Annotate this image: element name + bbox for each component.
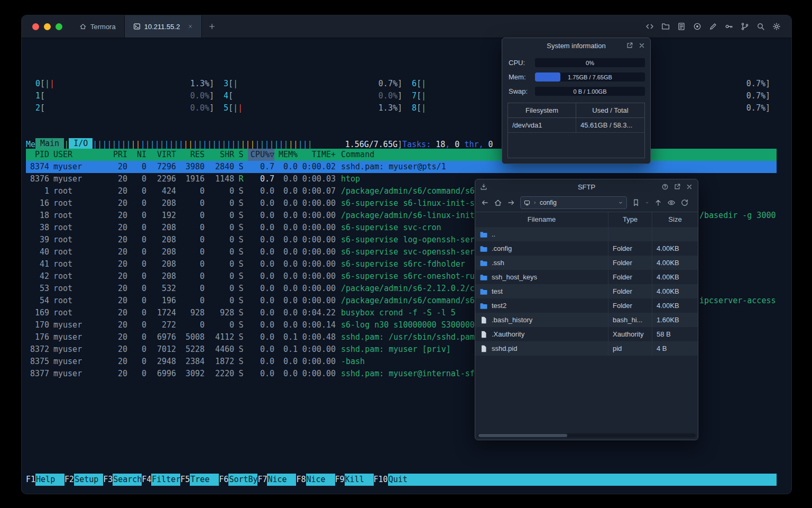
open-in-window-icon[interactable] — [626, 42, 633, 49]
close-icon[interactable] — [686, 183, 693, 190]
column-header-pid[interactable]: PID — [26, 149, 49, 161]
column-header-res[interactable]: RES — [176, 149, 205, 161]
process-shr: 4112 — [205, 331, 234, 343]
close-window-button[interactable] — [32, 23, 39, 30]
forward-arrow-icon[interactable] — [507, 198, 515, 207]
scrollbar-thumb[interactable] — [478, 434, 567, 437]
htop-view-tab[interactable]: Main — [35, 138, 64, 149]
column-header-shr[interactable]: SHR — [205, 149, 234, 161]
process-virt: 6976 — [146, 331, 176, 343]
process-cpu: 0.0 — [248, 234, 274, 246]
zoom-window-button[interactable] — [56, 23, 62, 30]
caret-down-icon[interactable] — [618, 200, 623, 205]
file-row[interactable]: .bash_history bash_hi... 1.60KB — [475, 313, 698, 327]
file-size: 4.00KB — [652, 256, 698, 270]
file-row[interactable]: .config Folder 4.00KB — [475, 241, 698, 256]
function-key[interactable]: F1Help — [26, 474, 64, 486]
process-shr: 0 — [205, 197, 234, 210]
htop-view-tab[interactable]: I/O — [69, 138, 93, 149]
process-virt: 272 — [146, 319, 176, 331]
process-shr: 0 — [205, 222, 234, 234]
column-header-time[interactable]: TIME+ — [298, 149, 336, 161]
function-key[interactable]: F10Quit — [374, 474, 417, 486]
eye-icon[interactable] — [667, 198, 676, 207]
close-icon[interactable] — [638, 42, 645, 49]
type-column-header[interactable]: Type — [608, 212, 652, 227]
column-header-ni[interactable]: NI — [127, 149, 146, 161]
sftp-actions — [661, 179, 693, 194]
open-in-window-icon[interactable] — [673, 183, 681, 190]
up-arrow-icon[interactable] — [654, 198, 662, 207]
function-key[interactable]: F9Kill — [335, 474, 374, 486]
function-key-number: F1 — [26, 474, 35, 486]
process-user: root — [49, 283, 108, 295]
process-time: 0:00.00 — [298, 295, 336, 307]
file-list-icon[interactable] — [677, 22, 686, 31]
close-tab-icon[interactable] — [188, 24, 193, 29]
file-row[interactable]: ssh_host_keys Folder 4.00KB — [475, 270, 698, 284]
function-key[interactable]: F4Filter — [142, 474, 180, 486]
function-key[interactable]: F8Nice + — [296, 474, 335, 486]
column-header-pri[interactable]: PRI — [108, 149, 127, 161]
record-icon[interactable] — [693, 22, 702, 31]
search-icon[interactable] — [756, 22, 765, 31]
tab-host[interactable]: 10.211.55.2 — [124, 15, 202, 38]
file-row[interactable]: .ssh Folder 4.00KB — [475, 256, 698, 270]
bookmark-caret-icon[interactable] — [645, 201, 649, 205]
folder-icon[interactable] — [661, 22, 670, 31]
new-tab-button[interactable] — [202, 15, 222, 38]
column-header-state[interactable]: S — [234, 149, 248, 161]
function-key[interactable]: F2Setup — [64, 474, 103, 486]
minimize-window-button[interactable] — [44, 23, 51, 30]
cpu-meter-label: 5 — [214, 102, 228, 114]
tab-termora[interactable]: Termora — [71, 15, 124, 38]
home-icon — [79, 23, 87, 30]
process-row[interactable]: 8374 myuser 20 0 7296 3980 2840 S 0.7 0.… — [26, 161, 777, 173]
file-row[interactable]: .. — [475, 227, 698, 241]
column-header-user[interactable]: USER — [49, 149, 108, 161]
titlebar[interactable]: Termora 10.211.55.2 — [22, 15, 791, 38]
process-cpu: 0.0 — [248, 295, 274, 307]
horizontal-scrollbar[interactable] — [477, 433, 696, 438]
function-key[interactable]: F7Nice - — [257, 474, 296, 486]
process-pid: 176 — [26, 331, 49, 343]
file-row[interactable]: sshd.pid pid 4 B — [475, 341, 698, 356]
function-key[interactable]: F5Tree — [180, 474, 219, 486]
back-arrow-icon[interactable] — [481, 198, 489, 207]
process-ni: 0 — [127, 246, 146, 258]
file-row[interactable]: .Xauthority Xauthority 58 B — [475, 327, 698, 341]
key-icon[interactable] — [725, 22, 733, 31]
file-row[interactable]: test Folder 4.00KB — [475, 284, 698, 298]
memory-usage-row: Mem: 1.75GB / 7.65GB — [509, 72, 645, 81]
function-key[interactable]: F6SortBy — [219, 474, 257, 486]
file-type: Folder — [608, 256, 652, 270]
size-column-header[interactable]: Size — [652, 212, 698, 227]
path-breadcrumb[interactable]: config — [520, 196, 627, 209]
edit-icon[interactable] — [709, 22, 717, 31]
filesystem-row[interactable]: /dev/vda1 45.61GB / 58.3... — [508, 118, 644, 133]
bookmark-icon[interactable] — [632, 198, 640, 207]
used-total-column-header[interactable]: Used / Total — [576, 103, 644, 117]
settings-gear-icon[interactable] — [772, 22, 781, 31]
sftp-titlebar[interactable]: SFTP — [475, 179, 698, 194]
download-tray-icon[interactable] — [480, 183, 487, 190]
cpu-meter-pipes: | — [421, 78, 426, 90]
function-key[interactable]: F3Search — [103, 474, 142, 486]
sysinfo-titlebar[interactable]: System information — [502, 38, 650, 53]
cpu-meter-label: 6 — [402, 78, 417, 90]
help-icon[interactable] — [661, 183, 669, 190]
filesystem-column-header[interactable]: Filesystem — [508, 103, 576, 117]
refresh-icon[interactable] — [680, 198, 689, 207]
file-row[interactable]: test2 Folder 4.00KB — [475, 298, 698, 313]
process-cpu: 0.0 — [248, 222, 274, 234]
column-header-mem[interactable]: MEM% — [274, 149, 298, 161]
column-header-virt[interactable]: VIRT — [146, 149, 176, 161]
code-icon[interactable] — [645, 22, 654, 31]
git-branch-icon[interactable] — [741, 22, 749, 31]
process-pid: 8377 — [26, 368, 49, 380]
column-header-cpu-sort[interactable]: CPU%▽ — [248, 149, 274, 161]
home-icon[interactable] — [494, 198, 502, 207]
process-cpu: 0.0 — [248, 210, 274, 222]
filename-column-header[interactable]: Filename — [475, 212, 608, 227]
process-pid: 1 — [26, 185, 49, 197]
